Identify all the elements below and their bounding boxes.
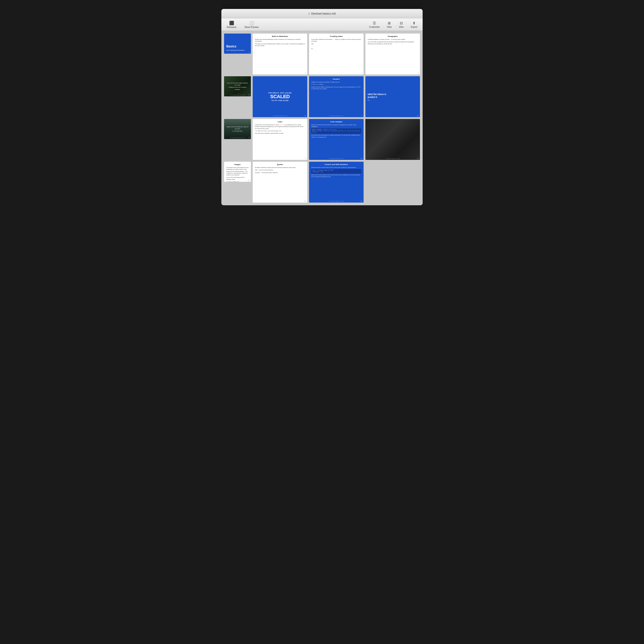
slide-11[interactable]: Code samples Wrap your code with three b… [309, 119, 364, 160]
view-split-icon: ⊟ [400, 21, 403, 25]
slide-15-code: footer: © Unsigned Integer UG, 2014 slid… [311, 169, 361, 174]
window-title: ≡ Deckset basics.md [308, 12, 336, 15]
toolbar-left: ⬛ Rehearse ⬜ Show Preview [225, 20, 261, 29]
slide-6-number: 6 [305, 115, 306, 117]
slide-2-body: Deckset uses standard Markdown syntax to… [255, 38, 305, 47]
slide-8[interactable]: edict the future ispredict it Kay 11 [365, 76, 420, 117]
slide-7-content: Headers Headers are created by including… [309, 76, 364, 117]
slide-13-number: 12 [248, 180, 250, 181]
rehearse-icon: ⬛ [229, 21, 234, 25]
main-window: ≡ Deckset basics.md ⬛ Rehearse ⬜ Show Pr… [221, 9, 423, 205]
export-label: Export [411, 26, 417, 28]
slide-5-text: If you use text and images together, the… [224, 80, 251, 92]
slide-4-watermark: © Unsigned Integer UG, 2014 [385, 72, 400, 74]
slide-15-content: Footers and Slide Numbers Include persis… [309, 162, 364, 203]
file-icon: ≡ [308, 12, 310, 15]
slide-9[interactable]: Videos can be included too, either as lo… [224, 119, 251, 139]
slide-11-content: Code samples Wrap your code with three b… [309, 119, 364, 160]
slide-15-title: Footers and Slide Numbers [311, 163, 361, 165]
slide-13-watermark: © Unsigned Integer UG, 2014 [230, 180, 245, 181]
show-preview-label: Show Preview [244, 26, 258, 28]
slide-1-number: 1 [249, 51, 250, 53]
slide-7-number: 7 [361, 115, 362, 117]
slide-2-watermark: © Unsigned Integer UG, 2014 [273, 72, 287, 74]
customize-icon: ☰ [373, 21, 376, 25]
slide-3-number: 3 [361, 72, 362, 74]
slide-15-watermark: © Unsigned Integer UG, 2014 [329, 201, 344, 202]
view-label2: View [399, 26, 404, 28]
slide-6-line2: SCALED [270, 94, 290, 99]
slide-10-watermark: © Unsigned Integer UG, 2014 [273, 158, 287, 159]
slide-10[interactable]: Links Create links to any external resou… [253, 119, 307, 160]
slide-10-body: Create links to any external resource—li… [255, 124, 305, 135]
slide-6-line3: TO FIT THE SLIDE [271, 100, 288, 102]
view-split-button[interactable]: ⊟ View [397, 20, 406, 29]
rehearse-label: Rehearse [227, 26, 236, 28]
slide-12-watermark: © Unsigned Integer UG, 2014 [385, 158, 400, 159]
slide-7-title: Headers [311, 78, 361, 80]
view-button[interactable]: ⊞ View [385, 20, 394, 29]
slide-9-watermark: © Unsigned Integer UG, 2014 [230, 137, 245, 138]
slide-7-body: Headers are created by including a # bef… [311, 81, 361, 90]
slide-8-author: Kay [368, 100, 418, 101]
slide-1[interactable]: Basics start making presentations 1 [224, 34, 251, 54]
titlebar: ≡ Deckset basics.md [221, 9, 423, 18]
slide-6[interactable]: FOR IMPACT, TEXT CAN BE SCALED TO FIT TH… [253, 76, 307, 117]
slide-3-content: Creating slides A new slide is defined b… [309, 34, 364, 74]
export-icon: ⬆ [413, 21, 415, 25]
slide-8-title: edict the future ispredict it [368, 93, 418, 99]
slide-10-number: 9 [305, 158, 306, 159]
slide-14-body: All slides containing a single quote hav… [255, 167, 305, 174]
slide-14-title: Quotes [255, 163, 305, 165]
slide-12-number: 12 [417, 158, 419, 159]
slide-4-content: Paragraphs Creating paragraphs is simple… [365, 34, 420, 74]
slide-13[interactable]: Images The simplest way to get images in… [224, 162, 251, 182]
customize-button[interactable]: ☰ Customize [367, 20, 381, 29]
slide-9-text: Videos can be included too, either as lo… [224, 124, 251, 134]
slide-5-overlay: If you use text and images together, the… [224, 76, 251, 96]
slide-15[interactable]: Footers and Slide Numbers Include persis… [309, 162, 364, 203]
slide-1-title: Basics [226, 44, 249, 48]
slide-10-content: Links Create links to any external resou… [253, 119, 307, 160]
slides-grid: Basics start making presentations 1 Buil… [224, 34, 420, 203]
slide-14-content: Quotes All slides containing a single qu… [253, 162, 307, 203]
slide-11-title: Code samples [311, 121, 361, 123]
slide-9-bg: Videos can be included too, either as lo… [224, 119, 251, 139]
slide-14[interactable]: Quotes All slides containing a single qu… [253, 162, 307, 203]
customize-label: Customize [369, 26, 380, 28]
slide-13-title: Images [226, 163, 249, 165]
view-icon: ⊞ [388, 21, 391, 25]
export-button[interactable]: ⬆ Export [409, 20, 419, 29]
toolbar: ⬛ Rehearse ⬜ Show Preview ☰ Customize ⊞ … [221, 18, 423, 31]
slide-12[interactable]: 12 © Unsigned Integer UG, 2014 [365, 119, 420, 160]
rehearse-button[interactable]: ⬛ Rehearse [225, 20, 238, 29]
slide-13-body: The simplest way to get images into your… [226, 167, 249, 182]
slide-11-watermark: © Unsigned Integer UG, 2014 [329, 158, 344, 159]
slide-3-watermark: © Unsigned Integer UG, 2014 [329, 72, 344, 74]
slide-3-title: Creating slides [311, 35, 361, 37]
slide-11-code: NSView *someView = [[NSView alloc] init]… [311, 128, 361, 134]
slide-1-subtitle: start making presentations [226, 49, 249, 51]
slide-14-watermark: © Unsigned Integer UG, 2014 [273, 201, 287, 202]
slide-11-body: Wrap your code with three backticks and … [311, 124, 361, 139]
link-example: website [279, 124, 284, 125]
slide-15-number: 14 [360, 200, 362, 202]
slide-7[interactable]: Headers Headers are created by including… [309, 76, 364, 117]
slide-15-body: Include persistent custom footers and/or… [311, 167, 361, 178]
slide-2[interactable]: Built on Markdown Deckset uses standard … [253, 34, 307, 74]
slide-13-content: Images The simplest way to get images in… [224, 162, 251, 182]
slide-4[interactable]: Paragraphs Creating paragraphs is simple… [365, 34, 420, 74]
slide-2-number: 2 [305, 72, 306, 74]
slide-5-number: 5 [249, 94, 250, 96]
slide-6-watermark: © Unsigned Integer UG, 2014 [273, 115, 287, 117]
slide-4-title: Paragraphs [368, 35, 418, 37]
slide-12-bg: 12 © Unsigned Integer UG, 2014 [365, 119, 420, 160]
show-preview-button[interactable]: ⬜ Show Preview [243, 20, 260, 29]
view-label: View [387, 26, 392, 28]
slide-3[interactable]: Creating slides A new slide is defined b… [309, 34, 364, 74]
slide-2-content: Built on Markdown Deckset uses standard … [253, 34, 307, 74]
slide-5[interactable]: If you use text and images together, the… [224, 76, 251, 96]
slide-4-body: Creating paragraphs is simple, just type… [368, 38, 418, 45]
slide-6-line1: FOR IMPACT, TEXT CAN BE [268, 92, 292, 94]
slide-2-title: Built on Markdown [255, 35, 305, 37]
